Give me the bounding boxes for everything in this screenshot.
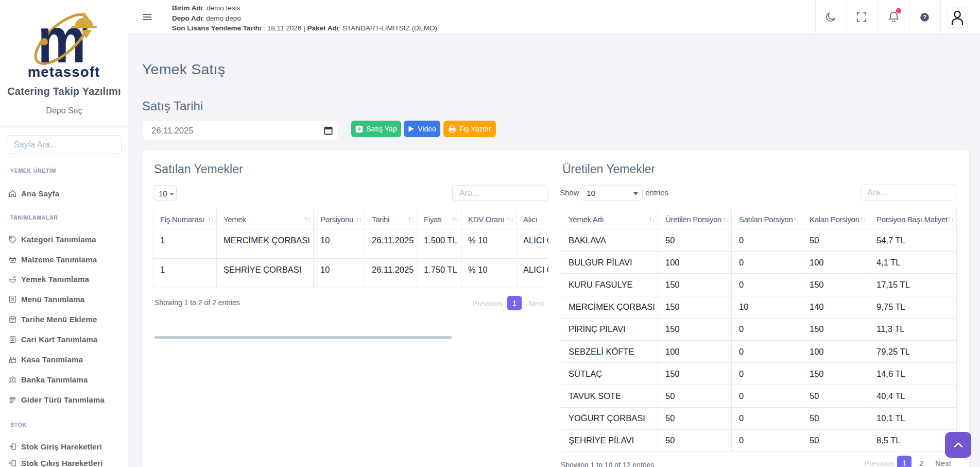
svg-text:?: ? bbox=[923, 14, 926, 20]
svg-text:metassoft: metassoft bbox=[28, 64, 100, 80]
